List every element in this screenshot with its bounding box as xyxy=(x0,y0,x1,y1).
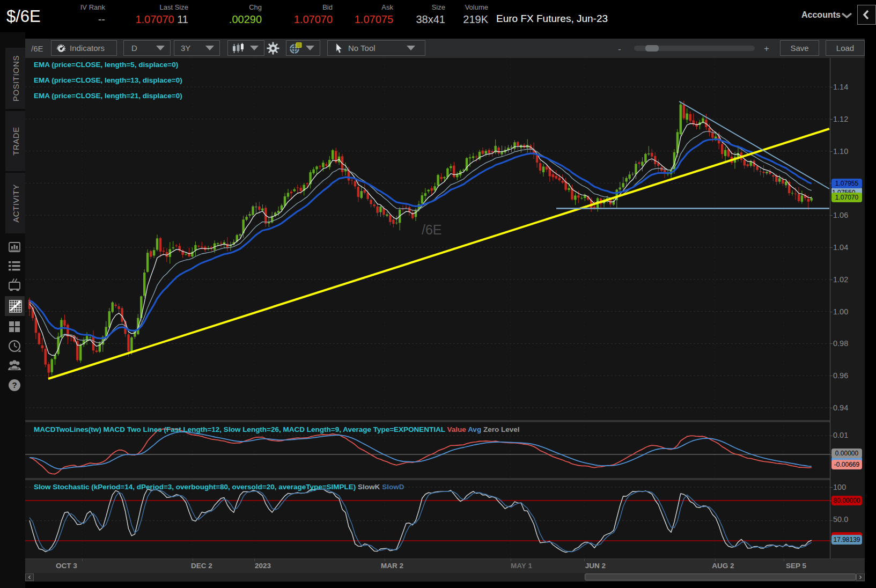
svg-text:?: ? xyxy=(12,380,17,389)
svg-text:/6E: /6E xyxy=(422,222,442,237)
